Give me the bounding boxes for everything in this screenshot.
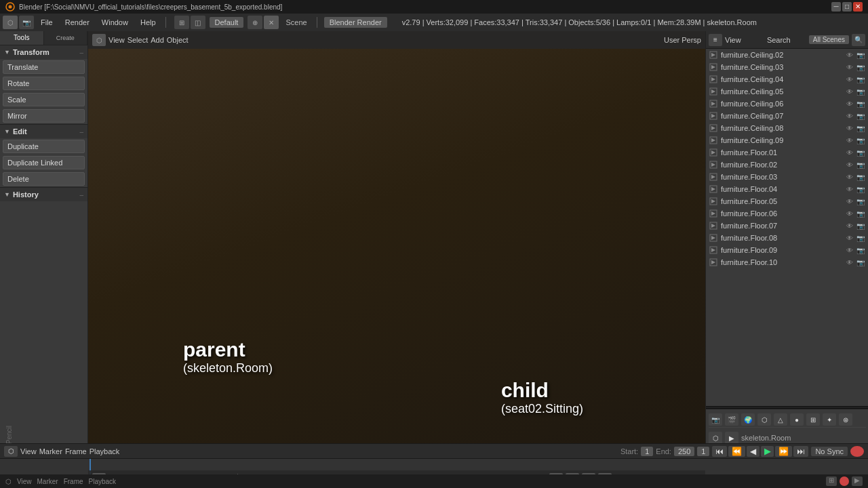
timeline-icon[interactable]: ◫ — [191, 16, 205, 29]
play-button[interactable]: ▶ — [761, 446, 774, 457]
editor-type-icon[interactable]: ⬡ — [3, 16, 18, 29]
render-icon[interactable]: 📷 — [856, 111, 865, 121]
status-editor-icon[interactable]: ⬡ — [5, 478, 12, 485]
outliner-item[interactable]: furniture.Floor.09 👁 📷 — [706, 244, 868, 256]
record-button[interactable] — [850, 446, 864, 457]
jump-end-button[interactable]: ⏭ — [793, 446, 808, 457]
render-engine-selector[interactable]: Blender Render — [324, 17, 387, 28]
visibility-icon[interactable]: 👁 — [845, 258, 854, 267]
outliner-item[interactable]: furniture.Floor.07 👁 📷 — [706, 220, 868, 232]
edit-section-header[interactable]: ▼ Edit – — [0, 124, 87, 138]
maximize-button[interactable]: □ — [842, 2, 852, 12]
render-icon[interactable]: 📷 — [856, 123, 865, 133]
outliner-item[interactable]: furniture.Floor.02 👁 📷 — [706, 159, 868, 171]
outliner-item[interactable]: furniture.Floor.01 👁 📷 — [706, 146, 868, 159]
visibility-icon[interactable]: 👁 — [845, 136, 854, 145]
duplicate-button[interactable]: Duplicate — [3, 140, 85, 153]
mirror-button[interactable]: Mirror — [3, 109, 85, 123]
outliner-view-label[interactable]: View — [725, 36, 764, 44]
outliner-item[interactable]: furniture.Ceiling.08 👁 📷 — [706, 122, 868, 134]
render-icon[interactable]: 📷 — [856, 221, 865, 230]
rotate-button[interactable]: Rotate — [3, 77, 85, 90]
visibility-icon[interactable]: 👁 — [845, 75, 854, 84]
visibility-icon[interactable]: 👁 — [845, 209, 854, 218]
render-icon[interactable]: 📷 — [856, 245, 865, 255]
viewport[interactable]: ⬡ View Select Add Object User Persp — [88, 31, 705, 488]
outliner-item[interactable]: furniture.Floor.10 👁 📷 — [706, 256, 868, 268]
outliner-item[interactable]: furniture.Floor.08 👁 📷 — [706, 232, 868, 244]
visibility-icon[interactable]: 👁 — [845, 245, 854, 255]
minimize-button[interactable]: ─ — [831, 2, 841, 12]
visibility-icon[interactable]: 👁 — [845, 221, 854, 230]
outliner-item[interactable]: furniture.Ceiling.04 👁 📷 — [706, 73, 868, 85]
prop-icon-world[interactable]: 🌍 — [741, 413, 755, 426]
duplicate-linked-button[interactable]: Duplicate Linked — [3, 156, 85, 169]
status-record-icon[interactable] — [840, 476, 849, 486]
outliner-search-label[interactable]: Search — [767, 36, 806, 44]
zoom-icon[interactable]: ⊕ — [248, 16, 262, 29]
workspace-selector[interactable]: Default — [210, 17, 244, 28]
add-menu[interactable]: Add — [151, 36, 164, 44]
delete-button[interactable]: Delete — [3, 172, 85, 186]
render-icon[interactable]: 📷 — [856, 209, 865, 218]
status-icon-1[interactable]: ⊞ — [826, 476, 837, 486]
menu-window[interactable]: Window — [96, 17, 134, 28]
camera-mode-icon[interactable]: 📷 — [19, 16, 34, 29]
prop-home-icon[interactable]: ⬡ — [709, 432, 722, 444]
render-icon[interactable]: 📷 — [856, 136, 865, 145]
prop-icon-material[interactable]: ● — [790, 413, 804, 426]
render-icon[interactable]: 📷 — [856, 197, 865, 206]
timeline-editor-icon[interactable]: ⬡ — [4, 446, 18, 457]
outliner-list[interactable]: furniture.Ceiling.02 👁 📷 furniture.Ceili… — [706, 49, 868, 406]
scene-selector[interactable]: All Scenes — [809, 35, 849, 44]
next-frame-button[interactable]: ⏩ — [775, 446, 792, 457]
play-reverse-button[interactable]: ◀ — [747, 446, 760, 457]
visibility-icon[interactable]: 👁 — [845, 123, 854, 133]
outliner-item[interactable]: furniture.Ceiling.02 👁 📷 — [706, 49, 868, 61]
visibility-icon[interactable]: 👁 — [845, 233, 854, 243]
prop-icon-render[interactable]: 📷 — [709, 413, 722, 426]
status-view[interactable]: View — [17, 478, 32, 485]
view-menu[interactable]: View — [108, 36, 125, 44]
visibility-icon[interactable]: 👁 — [845, 184, 854, 194]
outliner-item[interactable]: furniture.Ceiling.09 👁 📷 — [706, 134, 868, 146]
render-icon[interactable]: 📷 — [856, 99, 865, 108]
render-icon[interactable]: 📷 — [856, 50, 865, 60]
outliner-editor-icon[interactable]: ≡ — [709, 34, 722, 46]
render-icon[interactable]: 📷 — [856, 184, 865, 194]
outliner-item[interactable]: furniture.Ceiling.03 👁 📷 — [706, 61, 868, 73]
render-icon[interactable]: 📷 — [856, 258, 865, 267]
prop-icon-physics[interactable]: ⊛ — [839, 413, 852, 426]
visibility-icon[interactable]: 👁 — [845, 111, 854, 121]
close-button[interactable]: ✕ — [853, 2, 863, 12]
prev-frame-button[interactable]: ⏪ — [728, 446, 745, 457]
tab-create[interactable]: Create — [44, 31, 88, 45]
jump-start-button[interactable]: ⏮ — [712, 446, 727, 457]
visibility-icon[interactable]: 👁 — [845, 50, 854, 60]
render-icon[interactable]: 📷 — [856, 172, 865, 182]
visibility-icon[interactable]: 👁 — [845, 160, 854, 169]
visibility-icon[interactable]: 👁 — [845, 62, 854, 72]
outliner-search-icon[interactable]: 🔍 — [852, 34, 865, 46]
prop-icon-particle[interactable]: ✦ — [823, 413, 836, 426]
scene-icon[interactable]: ✕ — [264, 16, 279, 29]
visibility-icon[interactable]: 👁 — [845, 87, 854, 96]
outliner-item[interactable]: furniture.Ceiling.05 👁 📷 — [706, 85, 868, 98]
prop-icon-texture[interactable]: ⊞ — [806, 413, 820, 426]
outliner-item[interactable]: furniture.Floor.05 👁 📷 — [706, 195, 868, 207]
timeline-marker[interactable]: Marker — [39, 447, 62, 455]
select-menu[interactable]: Select — [127, 36, 149, 44]
visibility-icon[interactable]: 👁 — [845, 99, 854, 108]
status-frame[interactable]: Frame — [64, 478, 83, 485]
transform-section-header[interactable]: ▼ Transform – — [0, 45, 87, 59]
timeline-view[interactable]: View — [20, 447, 37, 455]
visibility-icon[interactable]: 👁 — [845, 172, 854, 182]
timeline-playback[interactable]: Playback — [90, 447, 120, 455]
prop-icon-scene[interactable]: 🎬 — [725, 413, 738, 426]
menu-file[interactable]: File — [35, 17, 58, 28]
menu-help[interactable]: Help — [135, 17, 161, 28]
visibility-icon[interactable]: 👁 — [845, 197, 854, 206]
visibility-icon[interactable]: 👁 — [845, 148, 854, 157]
sync-selector[interactable]: No Sync — [811, 447, 848, 456]
outliner-item[interactable]: furniture.Ceiling.07 👁 📷 — [706, 110, 868, 122]
